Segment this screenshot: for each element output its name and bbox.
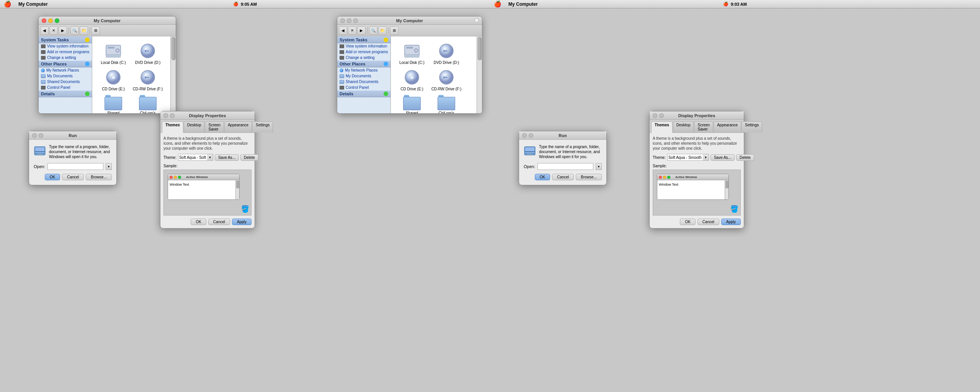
run-min-left[interactable] xyxy=(39,133,43,138)
left-disp-apply[interactable]: Apply xyxy=(232,219,252,225)
disp-traffic-right[interactable] xyxy=(653,113,664,118)
my-network[interactable]: My Network Places xyxy=(39,67,92,73)
r-add-remove[interactable]: Add or remove programs xyxy=(337,49,390,55)
run-traffic-lights-left[interactable] xyxy=(32,133,43,138)
tab-screensaver-left[interactable]: Screen Saver xyxy=(205,121,224,132)
r-drive-c[interactable]: Local Disk (C:) xyxy=(397,42,427,65)
tab-settings-right[interactable]: Settings xyxy=(742,121,762,132)
r-change-setting[interactable]: Change a setting xyxy=(337,55,390,60)
shared-docs-item[interactable]: Shared Documents xyxy=(98,95,129,113)
change-setting[interactable]: Change a setting xyxy=(39,55,92,60)
search-btn[interactable]: 🔍 xyxy=(70,26,79,35)
scrollbar-thumb[interactable] xyxy=(172,37,175,60)
tab-desktop-right[interactable]: Desktop xyxy=(673,121,694,132)
drive-e[interactable]: CD Drive (E:) xyxy=(98,69,129,91)
left-run-browse[interactable]: Browse... xyxy=(86,174,112,180)
max-btn-left[interactable] xyxy=(55,18,59,23)
r-view-sysinfo[interactable]: View system information xyxy=(337,43,390,49)
view-btn[interactable]: ⊞ xyxy=(91,26,100,35)
run-close-left[interactable] xyxy=(32,133,37,138)
left-disp-ok[interactable]: OK xyxy=(191,219,206,225)
shared-docs[interactable]: Shared Documents xyxy=(39,79,92,85)
right-run-browse[interactable]: Browse... xyxy=(576,174,602,180)
tab-appearance-right[interactable]: Appearance xyxy=(714,121,741,132)
fwd-btn[interactable]: ✕ xyxy=(49,26,58,35)
view-btn-r[interactable]: ⊞ xyxy=(390,26,399,35)
r-chil-item[interactable]: Chil om's xyxy=(431,95,462,113)
right-disp-ok[interactable]: OK xyxy=(680,219,695,225)
r-drive-d[interactable]: RW DVD Drive (D:) xyxy=(431,42,462,65)
tab-themes-left[interactable]: Themes xyxy=(162,121,183,133)
control-panel[interactable]: Control Panel xyxy=(39,85,92,90)
tab-screensaver-right[interactable]: Screen Saver xyxy=(694,121,713,132)
left-mycomp-scrollbar[interactable] xyxy=(170,36,176,113)
disp-close-left[interactable] xyxy=(163,113,168,118)
close-btn-left[interactable] xyxy=(42,18,46,23)
run-min-right[interactable] xyxy=(529,133,533,138)
traffic-lights-left[interactable] xyxy=(42,18,59,23)
up-btn-r[interactable]: ▶ xyxy=(357,26,366,35)
disp-min-right[interactable] xyxy=(659,113,664,118)
tab-appearance-left[interactable]: Appearance xyxy=(224,121,252,132)
left-theme-select[interactable]: Soft Aqua - Soft xyxy=(178,154,207,161)
left-run-ok[interactable]: OK xyxy=(45,174,60,180)
close-btn-right[interactable] xyxy=(340,18,345,23)
add-remove[interactable]: Add or remove programs xyxy=(39,49,92,55)
r-my-network[interactable]: My Network Places xyxy=(337,67,390,73)
left-run-input[interactable] xyxy=(47,163,103,170)
folders-btn-r[interactable]: 📁 xyxy=(378,26,387,35)
right-disp-cancel[interactable]: Cancel xyxy=(697,219,719,225)
r-drive-e[interactable]: CD Drive (E:) xyxy=(397,69,427,91)
app-name-right[interactable]: My Computer xyxy=(505,2,541,7)
r-shared-docs[interactable]: Shared Documents xyxy=(337,79,390,85)
r-scrollbar-thumb[interactable] xyxy=(478,37,482,60)
app-name-left[interactable]: My Computer xyxy=(15,2,51,7)
min-btn-right[interactable] xyxy=(347,18,351,23)
my-docs[interactable]: My Documents xyxy=(39,73,92,79)
disp-close-right[interactable] xyxy=(653,113,657,118)
run-traffic-lights-right[interactable] xyxy=(522,133,533,138)
traffic-lights-right[interactable] xyxy=(340,18,358,23)
right-run-cancel[interactable]: Cancel xyxy=(552,174,574,180)
back-btn[interactable]: ◀ xyxy=(40,26,49,35)
right-delete-btn[interactable]: Delete xyxy=(736,154,754,161)
max-btn-right[interactable] xyxy=(353,18,358,23)
right-disp-apply[interactable]: Apply xyxy=(721,219,741,225)
r-my-docs[interactable]: My Documents xyxy=(337,73,390,79)
right-save-as-btn[interactable]: Save As... xyxy=(710,154,735,161)
right-run-ok[interactable]: OK xyxy=(535,174,550,180)
right-mycomp-scrollbar[interactable] xyxy=(477,36,482,113)
left-save-as-btn[interactable]: Save As... xyxy=(215,154,239,161)
right-run-input[interactable] xyxy=(537,163,593,170)
r-control-panel[interactable]: Control Panel xyxy=(337,85,390,90)
min-btn-left[interactable] xyxy=(48,18,53,23)
tab-settings-left[interactable]: Settings xyxy=(252,121,273,132)
fwd-btn-r[interactable]: ✕ xyxy=(348,26,356,35)
right-select-arrow[interactable]: ▼ xyxy=(703,154,709,161)
apple-menu-right[interactable]: 🍎 xyxy=(490,0,505,8)
right-theme-select[interactable]: Soft Aqua - Smooth xyxy=(667,154,703,161)
tab-themes-right[interactable]: Themes xyxy=(651,121,673,133)
tab-desktop-left[interactable]: Desktop xyxy=(184,121,205,132)
drive-d[interactable]: RW DVD Drive (D:) xyxy=(132,42,163,65)
chil-item[interactable]: Chil om's xyxy=(132,95,163,113)
left-run-cancel[interactable]: Cancel xyxy=(62,174,84,180)
up-btn[interactable]: ▶ xyxy=(59,26,67,35)
run-close-right[interactable] xyxy=(522,133,527,138)
disp-traffic-left[interactable] xyxy=(163,113,175,118)
r-drive-f[interactable]: RW CD-RW Drive (F:) xyxy=(431,69,462,91)
apple-menu[interactable]: 🍎 xyxy=(0,0,15,8)
r-shared-docs-item[interactable]: Shared Documents xyxy=(397,95,427,113)
view-sysinfo[interactable]: View system information xyxy=(39,43,92,49)
disp-min-left[interactable] xyxy=(170,113,175,118)
right-run-arrow[interactable]: ▼ xyxy=(596,163,602,170)
left-select-arrow[interactable]: ▼ xyxy=(207,154,213,161)
left-run-arrow[interactable]: ▼ xyxy=(106,163,112,170)
left-disp-cancel[interactable]: Cancel xyxy=(208,219,230,225)
folders-btn[interactable]: 📁 xyxy=(80,26,88,35)
left-delete-btn[interactable]: Delete xyxy=(240,154,258,161)
zoom-btn-right[interactable] xyxy=(474,18,479,23)
drive-c[interactable]: Local Disk (C:) xyxy=(98,42,129,65)
search-btn-r[interactable]: 🔍 xyxy=(369,26,377,35)
drive-f[interactable]: RW CD-RW Drive (F:) xyxy=(132,69,163,91)
